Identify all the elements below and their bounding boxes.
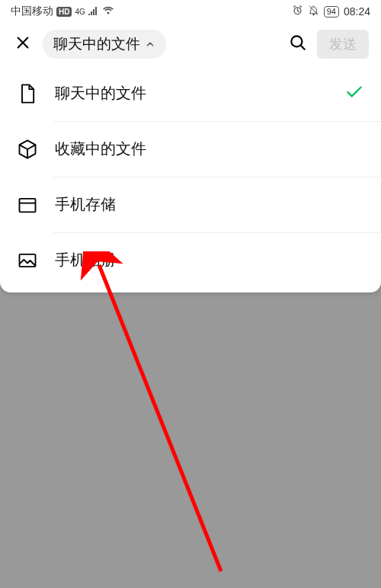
battery-icon: 94 xyxy=(324,6,339,18)
status-bar: 中国移动 HD 4G 94 08:24 xyxy=(0,0,381,23)
menu-item-label: 聊天中的文件 xyxy=(55,83,344,104)
menu-item-favorites[interactable]: 收藏中的文件 xyxy=(0,121,381,177)
search-button[interactable] xyxy=(288,33,308,56)
svg-line-4 xyxy=(99,265,221,571)
check-icon xyxy=(344,82,364,105)
menu-item-phone-album[interactable]: 手机相册 xyxy=(0,232,381,288)
search-icon xyxy=(288,33,308,53)
chevron-up-icon xyxy=(145,39,155,50)
hd-badge: HD xyxy=(56,7,72,17)
document-icon xyxy=(17,83,38,104)
header: 聊天中的文件 发送 xyxy=(0,23,381,66)
carrier-label: 中国移动 xyxy=(11,5,53,18)
menu-item-label: 手机存储 xyxy=(55,194,364,215)
source-menu: 聊天中的文件 收藏中的文件 手机存储 手机相册 xyxy=(0,66,381,292)
svg-rect-2 xyxy=(20,198,36,212)
close-button[interactable] xyxy=(12,34,34,54)
signal-icon xyxy=(88,5,99,18)
menu-item-label: 收藏中的文件 xyxy=(55,139,364,159)
close-icon xyxy=(14,34,31,51)
source-dropdown[interactable]: 聊天中的文件 xyxy=(43,30,166,59)
folder-icon xyxy=(17,194,38,216)
dropdown-label: 聊天中的文件 xyxy=(53,34,140,54)
image-icon xyxy=(17,250,38,271)
svg-rect-3 xyxy=(20,254,36,266)
mute-icon xyxy=(308,5,319,18)
menu-item-phone-storage[interactable]: 手机存储 xyxy=(0,177,381,232)
menu-item-label: 手机相册 xyxy=(55,250,364,270)
time-label: 08:24 xyxy=(344,5,370,18)
menu-item-chat-files[interactable]: 聊天中的文件 xyxy=(0,66,381,121)
annotation-arrow xyxy=(76,251,274,586)
send-button[interactable]: 发送 xyxy=(317,30,369,59)
network-label: 4G xyxy=(75,8,85,16)
alarm-icon xyxy=(292,5,303,18)
wifi-icon xyxy=(102,5,114,18)
cube-icon xyxy=(17,139,38,160)
